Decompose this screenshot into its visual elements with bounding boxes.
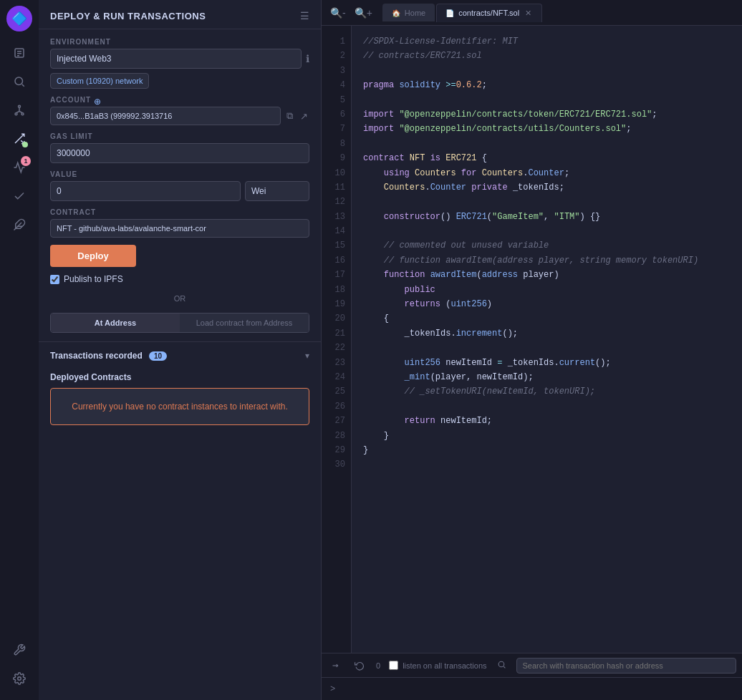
- svg-line-5: [22, 84, 24, 87]
- nav-icon-search[interactable]: [6, 69, 32, 94]
- nav-icon-settings[interactable]: [6, 666, 32, 691]
- nav-icon-git[interactable]: [6, 97, 32, 123]
- icon-bar: 🔷: [0, 0, 39, 700]
- environment-row: Injected Web3 ℹ: [50, 49, 309, 69]
- value-label: VALUE: [50, 170, 309, 178]
- tx-search-input[interactable]: [516, 658, 736, 674]
- no-contracts-box: Currently you have no contract instances…: [50, 388, 309, 425]
- panel-header: DEPLOY & RUN TRANSACTIONS ☰: [39, 0, 321, 29]
- svg-point-8: [21, 113, 24, 115]
- tab-nft-sol[interactable]: 📄 contracts/NFT.sol ✕: [436, 4, 542, 22]
- load-contract-tab[interactable]: Load contract from Address: [180, 313, 309, 332]
- gas-limit-label: GAS LIMIT: [50, 132, 309, 140]
- active-indicator: [22, 142, 28, 147]
- account-label-row: ACCOUNT ⊕: [50, 96, 309, 107]
- account-label: ACCOUNT: [50, 96, 91, 104]
- panel-title: DEPLOY & RUN TRANSACTIONS: [50, 11, 206, 21]
- value-row: Wei: [50, 181, 309, 201]
- panel-menu-icon[interactable]: ☰: [300, 10, 309, 21]
- nav-icon-plugin[interactable]: [6, 212, 32, 238]
- publish-ipfs-checkbox[interactable]: [50, 275, 59, 284]
- value-unit-select[interactable]: Wei: [245, 181, 309, 201]
- svg-point-4: [15, 77, 23, 85]
- address-tabs: At Address Load contract from Address: [50, 313, 309, 333]
- terminal-prompt: >: [330, 684, 335, 694]
- right-panel: 🔍- 🔍+ 🏠 Home 📄 contracts/NFT.sol ✕ 12345…: [322, 0, 742, 700]
- listen-all-checkbox[interactable]: [389, 661, 398, 670]
- panel-body: ENVIRONMENT Injected Web3 ℹ Custom (1092…: [39, 29, 321, 341]
- nav-icon-files[interactable]: [6, 40, 32, 66]
- left-panel: DEPLOY & RUN TRANSACTIONS ☰ ENVIRONMENT …: [39, 0, 322, 700]
- file-tab-icon: 📄: [445, 9, 454, 17]
- publish-ipfs-label: Publish to IPFS: [64, 274, 123, 284]
- account-select[interactable]: 0x845...B1aB3 (999992.3913716: [50, 107, 281, 125]
- transactions-chevron: ▾: [305, 351, 309, 361]
- no-contracts-message: Currently you have no contract instances…: [72, 402, 287, 412]
- contract-select[interactable]: NFT - github/ava-labs/avalanche-smart-co…: [50, 219, 309, 238]
- editor-area: 12345 678910 1112131415 1617181920 21222…: [322, 26, 742, 653]
- copy-account-button[interactable]: ⧉: [285, 109, 294, 123]
- contract-label: CONTRACT: [50, 208, 309, 216]
- value-input[interactable]: [50, 181, 241, 201]
- line-numbers: 12345 678910 1112131415 1617181920 21222…: [322, 26, 352, 653]
- history-button[interactable]: [352, 659, 367, 672]
- terminal-row: >: [322, 677, 742, 700]
- nav-icon-deploy[interactable]: [6, 126, 32, 152]
- publish-ipfs-row: Publish to IPFS: [50, 274, 309, 284]
- nav-icon-check[interactable]: [6, 183, 32, 209]
- footer-count: 0: [376, 661, 380, 670]
- at-address-tab[interactable]: At Address: [51, 313, 180, 332]
- nav-icon-wrench[interactable]: [6, 637, 32, 663]
- app-logo: 🔷: [6, 6, 32, 31]
- transactions-title: Transactions recorded: [50, 351, 143, 361]
- svg-line-10: [16, 112, 20, 113]
- nav-icon-analytics[interactable]: 1: [6, 155, 32, 180]
- value-section: VALUE Wei: [50, 170, 309, 201]
- account-plus-icon[interactable]: ⊕: [94, 97, 101, 107]
- svg-point-17: [498, 661, 504, 667]
- account-row: 0x845...B1aB3 (999992.3913716 ⧉ ↗: [50, 107, 309, 125]
- environment-section: ENVIRONMENT Injected Web3 ℹ Custom (1092…: [50, 38, 309, 89]
- deployed-contracts-title: Deployed Contracts: [50, 366, 309, 388]
- contract-section: CONTRACT NFT - github/ava-labs/avalanche…: [50, 208, 309, 238]
- network-badge: Custom (10920) network: [50, 73, 149, 89]
- listen-all-label: listen on all transactions: [403, 661, 486, 670]
- editor-tabs: 🔍- 🔍+ 🏠 Home 📄 contracts/NFT.sol ✕: [322, 0, 742, 26]
- bottom-icon-group: [6, 637, 32, 700]
- close-tab-button[interactable]: ✕: [524, 9, 533, 18]
- account-section: ACCOUNT ⊕ 0x845...B1aB3 (999992.3913716 …: [50, 96, 309, 125]
- analytics-badge: 1: [21, 156, 31, 166]
- transactions-badge: 10: [149, 351, 167, 361]
- listen-checkbox-row: listen on all transactions: [389, 661, 486, 670]
- svg-line-18: [504, 666, 505, 668]
- svg-point-16: [18, 677, 21, 681]
- transactions-title-row: Transactions recorded 10: [50, 351, 167, 361]
- tab-home-label: Home: [405, 9, 425, 17]
- svg-point-6: [19, 105, 21, 107]
- deploy-row: Deploy: [50, 245, 309, 267]
- or-divider: OR: [50, 294, 309, 303]
- code-editor[interactable]: //SPDX-License-Identifier: MIT // contra…: [352, 26, 742, 653]
- zoom-controls: 🔍- 🔍+: [327, 6, 375, 20]
- svg-line-11: [19, 112, 23, 113]
- external-link-button[interactable]: ↗: [299, 110, 309, 123]
- environment-select[interactable]: Injected Web3: [50, 49, 302, 69]
- zoom-out-button[interactable]: 🔍-: [327, 6, 349, 20]
- tab-home[interactable]: 🏠 Home: [382, 4, 435, 21]
- transactions-header[interactable]: Transactions recorded 10 ▾: [50, 342, 309, 366]
- deployed-contracts-section: Deployed Contracts Currently you have no…: [39, 366, 321, 434]
- clear-transactions-button[interactable]: [327, 659, 343, 672]
- environment-label: ENVIRONMENT: [50, 38, 309, 46]
- zoom-in-button[interactable]: 🔍+: [352, 6, 375, 20]
- tx-search-icon-button[interactable]: [496, 658, 508, 673]
- home-tab-icon: 🏠: [392, 9, 400, 17]
- environment-info-icon[interactable]: ℹ: [306, 53, 309, 64]
- svg-point-7: [15, 113, 17, 115]
- editor-footer: 0 listen on all transactions: [322, 653, 742, 677]
- transactions-section: Transactions recorded 10 ▾: [39, 341, 321, 366]
- gas-limit-input[interactable]: [50, 143, 309, 163]
- deploy-button[interactable]: Deploy: [50, 245, 136, 267]
- tab-file-label: contracts/NFT.sol: [458, 9, 519, 17]
- gas-limit-section: GAS LIMIT: [50, 132, 309, 163]
